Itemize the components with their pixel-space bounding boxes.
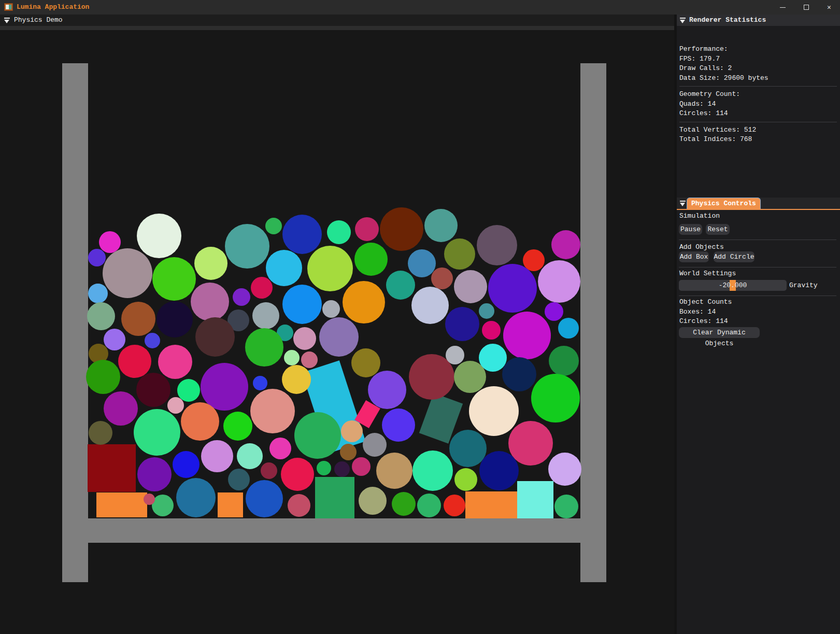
gravity-drag-slider[interactable]: -20.000: [679, 280, 787, 291]
collapse-arrow-icon[interactable]: [4, 18, 10, 23]
physics-circle: [502, 357, 536, 391]
stats-line: Total Indices: 768: [679, 135, 837, 145]
physics-circle: [225, 224, 269, 269]
physics-box: [96, 492, 147, 517]
physics-circle: [223, 412, 252, 441]
maximize-icon: [804, 5, 809, 10]
physics-circle: [103, 248, 152, 298]
physics-circle: [294, 412, 341, 459]
simulation-label: Simulation: [679, 212, 720, 220]
add-objects-label: Add Objects: [679, 243, 724, 251]
physics-circle: [363, 433, 387, 457]
physics-circle: [477, 225, 517, 265]
menu-bar: Physics Demo: [0, 15, 674, 26]
physics-circle: [301, 351, 318, 368]
physics-circle: [548, 453, 581, 486]
physics-circle: [156, 301, 193, 337]
collapse-arrow-icon: [679, 18, 686, 23]
physics-circle: [343, 281, 385, 323]
physics-circle: [488, 264, 537, 313]
renderer-statistics-content: Performance:FPS: 179.7Draw Calls: 2Data …: [679, 45, 837, 145]
boxes-count: Boxes: 14: [679, 308, 716, 316]
physics-controls-tab[interactable]: Physics Controls: [687, 198, 761, 209]
physics-circle: [176, 478, 216, 517]
add-box-button[interactable]: Add Box: [679, 251, 709, 262]
title-bar: Lumina Application: [0, 0, 840, 15]
app-icon: [4, 3, 13, 11]
physics-circle: [454, 468, 477, 491]
clear-dynamic-objects-button[interactable]: Clear Dynamic Objects: [679, 327, 760, 338]
physics-circle: [411, 287, 449, 324]
physics-circle: [380, 207, 423, 251]
physics-circle: [104, 391, 138, 426]
physics-circle: [261, 462, 277, 479]
physics-circle: [104, 329, 125, 350]
physics-circle: [469, 386, 519, 436]
physics-circle: [327, 220, 351, 244]
physics-circle: [284, 350, 300, 365]
physics-circle: [293, 327, 316, 350]
physics-circle: [551, 230, 580, 259]
container-wall: [62, 63, 88, 582]
separator: [679, 267, 836, 267]
physics-circle: [334, 461, 350, 477]
physics-circle: [503, 312, 551, 359]
stats-line: Data Size: 29600 bytes: [679, 74, 837, 83]
maximize-button[interactable]: [794, 0, 818, 15]
physics-circle: [446, 346, 464, 364]
circles-count: Circles: 114: [679, 317, 728, 325]
physics-circle: [86, 360, 120, 394]
physics-box: [465, 491, 517, 518]
physics-circle: [482, 321, 501, 340]
pause-button[interactable]: Pause: [679, 224, 702, 235]
physics-circle: [444, 238, 475, 270]
physics-circle: [368, 371, 406, 409]
physics-circle: [479, 344, 507, 372]
physics-circle: [266, 250, 302, 286]
physics-circle: [89, 421, 112, 445]
physics-circle: [408, 249, 436, 277]
physics-circle: [288, 494, 310, 517]
physics-circle: [252, 302, 279, 329]
minimize-button[interactable]: [771, 0, 794, 15]
object-counts-label: Object Counts: [679, 298, 732, 306]
physics-circle: [269, 438, 291, 459]
physics-circle: [282, 285, 322, 324]
container-wall: [88, 518, 580, 543]
physics-circle: [545, 302, 563, 321]
physics-circle: [158, 345, 192, 379]
physics-circle: [351, 348, 380, 377]
physics-circle: [233, 288, 250, 306]
physics-box: [315, 477, 354, 518]
stats-line: Draw Calls: 2: [679, 64, 837, 74]
gravity-label: Gravity: [789, 281, 818, 289]
physics-circle: [479, 451, 519, 490]
close-button[interactable]: ✕: [818, 0, 840, 15]
reset-button[interactable]: Reset: [706, 224, 730, 235]
physics-circle: [340, 444, 357, 460]
physics-circle: [392, 492, 416, 516]
renderer-statistics-header[interactable]: Renderer Statistics: [677, 15, 840, 26]
menu-separator: [0, 26, 674, 30]
physics-circle: [558, 318, 579, 339]
physics-circle: [431, 267, 453, 289]
physics-circle: [554, 495, 578, 518]
physics-circle: [195, 317, 235, 357]
collapse-arrow-icon: [679, 201, 686, 206]
renderer-statistics-title: Renderer Statistics: [689, 16, 766, 24]
physics-circle: [246, 480, 283, 517]
physics-circle: [382, 408, 415, 442]
physics-circle: [322, 300, 340, 318]
physics-circle: [265, 218, 282, 234]
menu-physics-demo[interactable]: Physics Demo: [14, 16, 63, 24]
separator: [679, 239, 836, 240]
separator: [679, 86, 837, 87]
physics-circle: [152, 257, 196, 301]
physics-circle: [134, 409, 180, 456]
physics-circle: [359, 487, 387, 515]
add-circle-button[interactable]: Add Circle: [714, 251, 754, 262]
physics-circle: [167, 397, 184, 414]
stats-line: Quads: 14: [679, 100, 837, 109]
physics-circle: [191, 283, 229, 321]
physics-circle: [341, 420, 363, 442]
